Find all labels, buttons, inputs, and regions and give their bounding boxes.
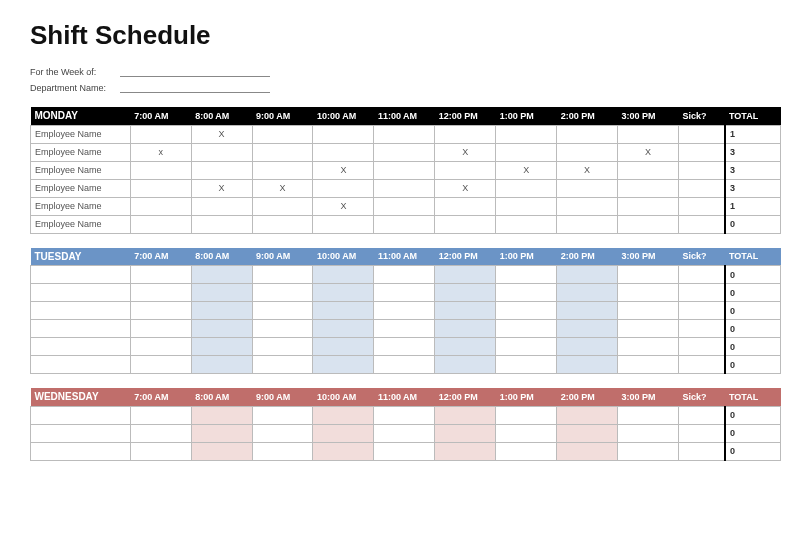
sick-cell[interactable]	[679, 338, 726, 356]
sick-cell[interactable]	[679, 442, 726, 460]
sick-cell[interactable]	[679, 125, 726, 143]
shift-cell[interactable]	[618, 197, 679, 215]
employee-name-cell[interactable]: Employee Name	[31, 215, 131, 233]
shift-cell[interactable]	[252, 338, 313, 356]
shift-cell[interactable]	[313, 320, 374, 338]
shift-cell[interactable]	[435, 424, 496, 442]
shift-cell[interactable]: X	[618, 143, 679, 161]
shift-cell[interactable]	[374, 338, 435, 356]
shift-cell[interactable]	[252, 266, 313, 284]
shift-cell[interactable]	[435, 215, 496, 233]
shift-cell[interactable]	[313, 284, 374, 302]
shift-cell[interactable]	[557, 442, 618, 460]
employee-name-cell[interactable]	[31, 320, 131, 338]
shift-cell[interactable]: X	[191, 179, 252, 197]
shift-cell[interactable]	[374, 125, 435, 143]
shift-cell[interactable]	[557, 143, 618, 161]
shift-cell[interactable]	[191, 406, 252, 424]
shift-cell[interactable]	[130, 356, 191, 374]
shift-cell[interactable]	[435, 125, 496, 143]
shift-cell[interactable]	[496, 356, 557, 374]
shift-cell[interactable]	[374, 406, 435, 424]
shift-cell[interactable]	[374, 197, 435, 215]
shift-cell[interactable]	[618, 266, 679, 284]
shift-cell[interactable]	[252, 302, 313, 320]
employee-name-cell[interactable]	[31, 266, 131, 284]
shift-cell[interactable]	[435, 320, 496, 338]
shift-cell[interactable]	[618, 125, 679, 143]
shift-cell[interactable]	[191, 215, 252, 233]
shift-cell[interactable]	[191, 320, 252, 338]
sick-cell[interactable]	[679, 266, 726, 284]
shift-cell[interactable]	[618, 338, 679, 356]
employee-name-cell[interactable]: Employee Name	[31, 143, 131, 161]
employee-name-cell[interactable]	[31, 338, 131, 356]
shift-cell[interactable]: X	[557, 161, 618, 179]
meta-dept-input[interactable]	[120, 81, 270, 93]
shift-cell[interactable]	[191, 284, 252, 302]
shift-cell[interactable]	[557, 424, 618, 442]
shift-cell[interactable]	[496, 143, 557, 161]
shift-cell[interactable]	[557, 266, 618, 284]
shift-cell[interactable]	[496, 215, 557, 233]
shift-cell[interactable]: X	[435, 143, 496, 161]
shift-cell[interactable]	[130, 406, 191, 424]
shift-cell[interactable]	[557, 302, 618, 320]
sick-cell[interactable]	[679, 356, 726, 374]
shift-cell[interactable]	[313, 424, 374, 442]
shift-cell[interactable]	[130, 125, 191, 143]
employee-name-cell[interactable]	[31, 424, 131, 442]
shift-cell[interactable]	[557, 406, 618, 424]
sick-cell[interactable]	[679, 161, 726, 179]
shift-cell[interactable]	[191, 143, 252, 161]
shift-cell[interactable]: X	[435, 179, 496, 197]
sick-cell[interactable]	[679, 215, 726, 233]
employee-name-cell[interactable]: Employee Name	[31, 179, 131, 197]
shift-cell[interactable]	[618, 302, 679, 320]
sick-cell[interactable]	[679, 320, 726, 338]
shift-cell[interactable]	[618, 179, 679, 197]
shift-cell[interactable]	[374, 424, 435, 442]
shift-cell[interactable]	[374, 320, 435, 338]
employee-name-cell[interactable]: Employee Name	[31, 197, 131, 215]
shift-cell[interactable]	[313, 406, 374, 424]
shift-cell[interactable]	[130, 179, 191, 197]
shift-cell[interactable]	[496, 320, 557, 338]
shift-cell[interactable]	[618, 442, 679, 460]
sick-cell[interactable]	[679, 284, 726, 302]
shift-cell[interactable]	[313, 442, 374, 460]
shift-cell[interactable]	[557, 215, 618, 233]
shift-cell[interactable]	[252, 197, 313, 215]
shift-cell[interactable]	[313, 179, 374, 197]
shift-cell[interactable]	[191, 302, 252, 320]
shift-cell[interactable]	[618, 320, 679, 338]
shift-cell[interactable]	[618, 161, 679, 179]
shift-cell[interactable]	[130, 215, 191, 233]
shift-cell[interactable]	[374, 284, 435, 302]
shift-cell[interactable]	[557, 179, 618, 197]
shift-cell[interactable]	[252, 143, 313, 161]
shift-cell[interactable]	[313, 125, 374, 143]
shift-cell[interactable]	[252, 125, 313, 143]
sick-cell[interactable]	[679, 197, 726, 215]
shift-cell[interactable]	[130, 320, 191, 338]
sick-cell[interactable]	[679, 302, 726, 320]
shift-cell[interactable]	[557, 320, 618, 338]
shift-cell[interactable]	[130, 266, 191, 284]
shift-cell[interactable]	[130, 197, 191, 215]
shift-cell[interactable]	[313, 356, 374, 374]
shift-cell[interactable]	[130, 338, 191, 356]
shift-cell[interactable]: X	[496, 161, 557, 179]
sick-cell[interactable]	[679, 179, 726, 197]
shift-cell[interactable]	[374, 215, 435, 233]
shift-cell[interactable]	[252, 356, 313, 374]
shift-cell[interactable]	[313, 338, 374, 356]
employee-name-cell[interactable]: Employee Name	[31, 161, 131, 179]
shift-cell[interactable]	[191, 266, 252, 284]
shift-cell[interactable]	[374, 161, 435, 179]
shift-cell[interactable]	[374, 266, 435, 284]
shift-cell[interactable]: X	[313, 161, 374, 179]
employee-name-cell[interactable]: Employee Name	[31, 125, 131, 143]
shift-cell[interactable]	[252, 161, 313, 179]
shift-cell[interactable]	[435, 356, 496, 374]
